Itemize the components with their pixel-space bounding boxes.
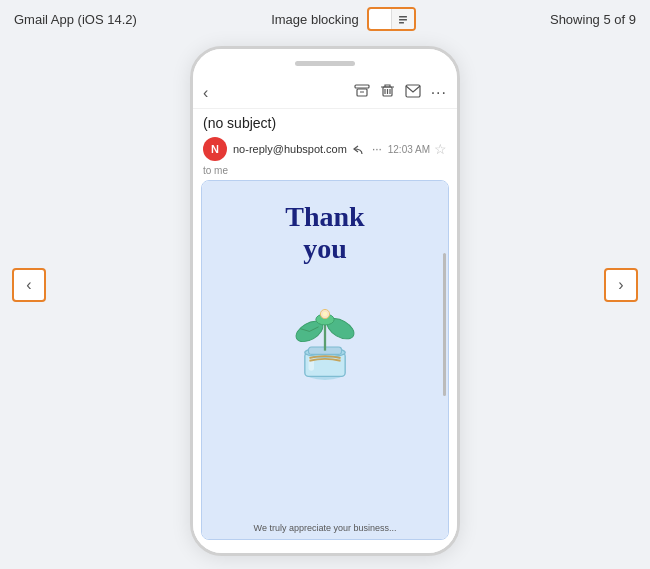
sender-left: N no-reply@hubspot.com ··· [203, 137, 382, 161]
sender-row: N no-reply@hubspot.com ··· [203, 137, 447, 161]
sender-email: no-reply@hubspot.com [233, 143, 347, 155]
svg-rect-2 [399, 22, 404, 24]
reply-icon[interactable] [353, 144, 366, 155]
trash-icon[interactable] [380, 83, 395, 102]
image-blocking-label: Image blocking [271, 12, 358, 27]
email-subject: (no subject) [203, 115, 447, 131]
image-blocking-toggle[interactable] [367, 7, 416, 31]
top-bar: Gmail App (iOS 14.2) Image blocking Show… [0, 0, 650, 38]
phone-top-bar [193, 49, 457, 77]
image-blocking-control: Image blocking [271, 7, 415, 31]
toggle-off-half[interactable] [369, 9, 391, 29]
sender-info: no-reply@hubspot.com ··· [233, 142, 382, 156]
email-toolbar: ‹ [193, 77, 457, 109]
phone-notch [295, 61, 355, 66]
svg-rect-3 [355, 85, 369, 88]
more-icon[interactable]: ··· [431, 84, 447, 102]
archive-icon[interactable] [354, 83, 370, 102]
previous-arrow-button[interactable]: ‹ [12, 268, 46, 302]
toolbar-left: ‹ [203, 84, 208, 102]
next-arrow-button[interactable]: › [604, 268, 638, 302]
scroll-bar [443, 253, 446, 396]
toggle-on-half[interactable] [392, 9, 414, 29]
mail-icon[interactable] [405, 84, 421, 101]
sender-more-icon[interactable]: ··· [372, 142, 382, 156]
svg-rect-11 [406, 85, 420, 97]
star-icon[interactable]: ☆ [434, 141, 447, 157]
right-chevron-icon: › [618, 276, 623, 294]
back-button[interactable]: ‹ [203, 84, 208, 102]
email-header: (no subject) N no-reply@hubspot.com [193, 109, 457, 165]
sender-right: 12:03 AM ☆ [388, 141, 447, 157]
email-body-card: Thank you [201, 180, 449, 540]
svg-rect-0 [399, 16, 407, 18]
svg-rect-1 [399, 19, 407, 21]
toolbar-right: ··· [354, 83, 447, 102]
email-container: ‹ [193, 77, 457, 556]
to-me-label: to me [193, 165, 457, 176]
thank-you-heading: Thank you [285, 201, 364, 265]
email-bottom-text: We truly appreciate your business... [202, 523, 448, 533]
sender-actions: no-reply@hubspot.com ··· [233, 142, 382, 156]
phone-mockup: ‹ [190, 46, 460, 556]
email-body-inner: Thank you [202, 181, 448, 539]
email-time: 12:03 AM [388, 144, 430, 155]
phone-frame: ‹ [190, 46, 460, 556]
lines-icon [398, 14, 408, 24]
left-chevron-icon: ‹ [26, 276, 31, 294]
showing-count: Showing 5 of 9 [550, 12, 636, 27]
svg-point-22 [323, 312, 328, 317]
app-title: Gmail App (iOS 14.2) [14, 12, 137, 27]
plant-illustration [280, 281, 370, 391]
sender-avatar: N [203, 137, 227, 161]
